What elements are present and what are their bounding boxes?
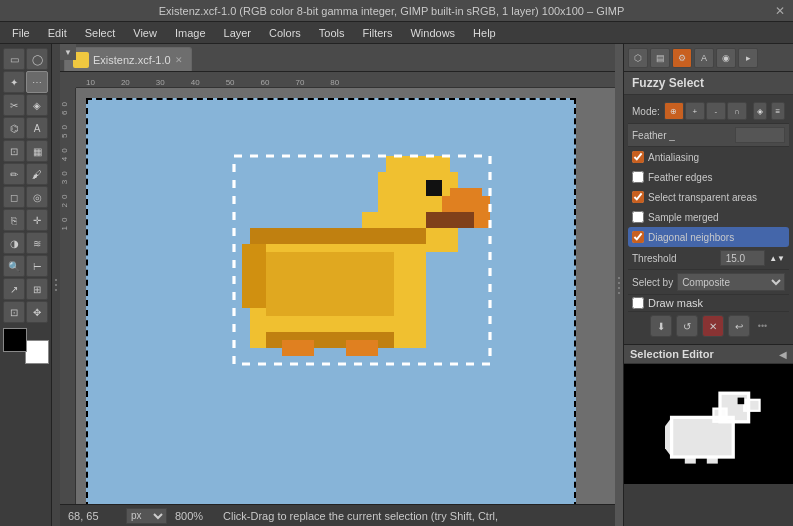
menu-item-edit[interactable]: Edit bbox=[40, 25, 75, 41]
diagonal-neighbors-checkbox[interactable] bbox=[632, 231, 644, 243]
panel-icon-pointer[interactable]: ⬡ bbox=[628, 48, 648, 68]
panel-icon-text[interactable]: A bbox=[694, 48, 714, 68]
mode-settings[interactable]: ≡ bbox=[771, 102, 785, 120]
tool-crop[interactable]: ⊡ bbox=[3, 301, 25, 323]
status-message: Click-Drag to replace the current select… bbox=[223, 510, 607, 522]
select-by-dropdown[interactable]: Composite Red Green Blue bbox=[677, 273, 785, 291]
tool-row-10: 🔍 ⊢ bbox=[3, 255, 48, 277]
menu-item-view[interactable]: View bbox=[125, 25, 165, 41]
ruler-horizontal: 10 20 30 40 50 60 70 80 bbox=[76, 72, 615, 88]
feather-row: Feather _ bbox=[628, 124, 789, 147]
panel-icon-more[interactable]: ▸ bbox=[738, 48, 758, 68]
tool-scissors[interactable]: ✂ bbox=[3, 94, 25, 116]
tool-heal[interactable]: ✛ bbox=[26, 209, 48, 231]
title-bar: Existenz.xcf-1.0 (RGB color 8-bit gamma … bbox=[0, 0, 793, 22]
ruler-tick: 20 bbox=[121, 78, 156, 87]
menu-item-windows[interactable]: Windows bbox=[402, 25, 463, 41]
tool-smudge[interactable]: ≋ bbox=[26, 232, 48, 254]
menu-item-layer[interactable]: Layer bbox=[216, 25, 260, 41]
tool-move[interactable]: ✥ bbox=[26, 301, 48, 323]
mode-intersect[interactable]: ∩ bbox=[727, 102, 747, 120]
menu-item-tools[interactable]: Tools bbox=[311, 25, 353, 41]
selection-editor: Selection Editor ◀ bbox=[624, 344, 793, 484]
menu-item-filters[interactable]: Filters bbox=[355, 25, 401, 41]
action-refresh[interactable]: ↺ bbox=[676, 315, 698, 337]
tool-ellipse-select[interactable]: ◯ bbox=[26, 48, 48, 70]
tool-clone[interactable]: ⎘ bbox=[3, 209, 25, 231]
selection-editor-collapse[interactable]: ◀ bbox=[779, 349, 787, 360]
mode-replace[interactable]: ⊕ bbox=[664, 102, 684, 120]
select-transparent-checkbox[interactable] bbox=[632, 191, 644, 203]
tool-eraser[interactable]: ◻ bbox=[3, 186, 25, 208]
ruler-tick: 60 bbox=[261, 78, 296, 87]
tool-dodge-burn[interactable]: ◑ bbox=[3, 232, 25, 254]
status-bar: 68, 65 px mm inch 800% Click-Drag to rep… bbox=[60, 504, 615, 526]
tool-airbrush[interactable]: ◎ bbox=[26, 186, 48, 208]
right-panel-grip[interactable] bbox=[615, 44, 623, 526]
threshold-row: Threshold ▲▼ bbox=[628, 247, 789, 269]
close-button[interactable]: ✕ bbox=[775, 4, 785, 18]
tool-paths[interactable]: ⌬ bbox=[3, 117, 25, 139]
draw-mask-checkbox[interactable] bbox=[632, 297, 644, 309]
tool-gradient[interactable]: ▦ bbox=[26, 140, 48, 162]
tool-row-2: ✦ ⋯ bbox=[3, 71, 48, 93]
canvas-viewport[interactable] bbox=[76, 88, 615, 504]
panel-icon-layers[interactable]: ▤ bbox=[650, 48, 670, 68]
action-undo[interactable]: ↩ bbox=[728, 315, 750, 337]
action-delete[interactable]: ✕ bbox=[702, 315, 724, 337]
background-color-swatch[interactable] bbox=[25, 340, 49, 364]
mode-add[interactable]: + bbox=[685, 102, 705, 120]
tool-row-11: ↗ ⊞ bbox=[3, 278, 48, 300]
panel-icon-history[interactable]: ◉ bbox=[716, 48, 736, 68]
duck-outline-svg bbox=[649, 369, 769, 479]
unit-selector[interactable]: px mm inch bbox=[126, 508, 167, 524]
menu-item-image[interactable]: Image bbox=[167, 25, 214, 41]
mode-label: Mode: bbox=[632, 106, 660, 117]
action-more-dots[interactable]: ••• bbox=[758, 321, 767, 331]
feather-input[interactable] bbox=[735, 127, 785, 143]
mode-row: Mode: ⊕ + - ∩ ◈ ≡ bbox=[628, 99, 789, 124]
tool-measure[interactable]: ⊢ bbox=[26, 255, 48, 277]
tool-transform[interactable]: ↗ bbox=[3, 278, 25, 300]
menu-item-colors[interactable]: Colors bbox=[261, 25, 309, 41]
tool-foreground-select[interactable]: ◈ bbox=[26, 94, 48, 116]
tool-fuzzy-select[interactable]: ⋯ bbox=[26, 71, 48, 93]
mode-subtract[interactable]: - bbox=[706, 102, 726, 120]
threshold-spinner[interactable]: ▲▼ bbox=[769, 254, 785, 263]
mode-extra[interactable]: ◈ bbox=[753, 102, 767, 120]
sample-merged-checkbox[interactable] bbox=[632, 211, 644, 223]
canvas-nav-arrow[interactable]: ▼ bbox=[60, 44, 76, 60]
ruler-tick: 10 bbox=[86, 78, 121, 87]
select-transparent-label: Select transparent areas bbox=[648, 192, 785, 203]
tool-row-5: ⊡ ▦ bbox=[3, 140, 48, 162]
tool-align[interactable]: ⊞ bbox=[26, 278, 48, 300]
tool-text[interactable]: A bbox=[26, 117, 48, 139]
panel-icon-bar: ⬡ ▤ ⚙ A ◉ ▸ bbox=[624, 44, 793, 72]
svg-rect-8 bbox=[250, 228, 426, 244]
tool-pencil[interactable]: ✏ bbox=[3, 163, 25, 185]
fg-bg-colors[interactable] bbox=[3, 328, 49, 364]
panel-icon-tools[interactable]: ⚙ bbox=[672, 48, 692, 68]
tool-rect-select[interactable]: ▭ bbox=[3, 48, 25, 70]
tool-free-select[interactable]: ✦ bbox=[3, 71, 25, 93]
feather-edges-row: Feather edges bbox=[628, 167, 789, 187]
canvas-content bbox=[86, 98, 576, 504]
ruler-tick: 30 bbox=[156, 78, 191, 87]
menu-item-file[interactable]: File bbox=[4, 25, 38, 41]
threshold-input[interactable] bbox=[720, 250, 765, 266]
menu-item-select[interactable]: Select bbox=[77, 25, 124, 41]
left-panel-grip[interactable] bbox=[52, 44, 60, 526]
action-download[interactable]: ⬇ bbox=[650, 315, 672, 337]
active-tab[interactable]: Existenz.xcf-1.0 ✕ bbox=[64, 47, 192, 71]
antialiasing-checkbox[interactable] bbox=[632, 151, 644, 163]
ruler-vertical: 10 20 30 40 50 60 bbox=[60, 88, 76, 526]
canvas-area: Existenz.xcf-1.0 ✕ ▼ 10 20 30 40 50 60 7… bbox=[60, 44, 615, 526]
selection-editor-preview bbox=[624, 364, 793, 484]
foreground-color-swatch[interactable] bbox=[3, 328, 27, 352]
feather-edges-checkbox[interactable] bbox=[632, 171, 644, 183]
tool-bucket-fill[interactable]: ⊡ bbox=[3, 140, 25, 162]
tab-close-button[interactable]: ✕ bbox=[175, 55, 183, 65]
tool-paintbrush[interactable]: 🖌 bbox=[26, 163, 48, 185]
menu-item-help[interactable]: Help bbox=[465, 25, 504, 41]
tool-zoom[interactable]: 🔍 bbox=[3, 255, 25, 277]
